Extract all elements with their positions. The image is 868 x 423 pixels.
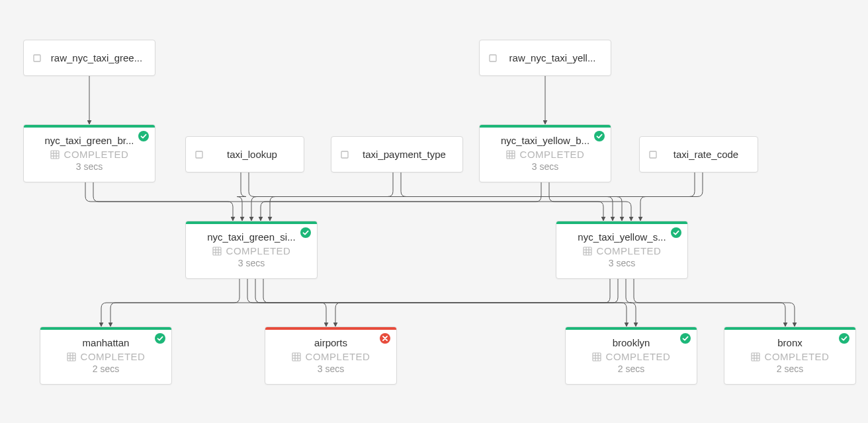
edge <box>634 279 795 327</box>
node-status: COMPLETED <box>81 351 146 362</box>
node-status: COMPLETED <box>597 245 662 256</box>
node-title: taxi_rate_code <box>664 148 748 161</box>
node-yellow_s[interactable]: nyc_taxi_yellow_s...COMPLETED3 secs <box>556 221 688 279</box>
table-icon <box>67 352 76 362</box>
edge <box>101 279 239 327</box>
status-ok-icon <box>680 333 691 344</box>
node-brooklyn[interactable]: brooklynCOMPLETED2 secs <box>565 327 697 385</box>
node-raw_green[interactable]: raw_nyc_taxi_gree... <box>23 40 155 76</box>
svg-point-2 <box>138 131 149 141</box>
status-ok-icon <box>155 333 165 344</box>
node-duration: 3 secs <box>33 161 146 172</box>
status-ok-icon <box>138 131 149 141</box>
node-raw_yellow[interactable]: raw_nyc_taxi_yell... <box>479 40 611 76</box>
dag-canvas[interactable]: raw_nyc_taxi_gree...raw_nyc_taxi_yell...… <box>0 0 868 423</box>
svg-point-17 <box>300 227 311 238</box>
edge <box>335 279 618 327</box>
node-taxi_lookup[interactable]: taxi_lookup <box>185 136 304 173</box>
svg-rect-18 <box>213 247 221 255</box>
node-taxi_payment[interactable]: taxi_payment_type <box>331 136 463 173</box>
svg-rect-9 <box>341 151 348 158</box>
edge <box>85 182 233 221</box>
status-error-icon <box>380 333 390 344</box>
box-icon <box>341 151 349 159</box>
node-title: nyc_taxi_yellow_s... <box>566 231 678 244</box>
table-icon <box>50 150 60 159</box>
svg-rect-24 <box>584 247 591 255</box>
node-title: manhattan <box>50 336 162 350</box>
svg-point-47 <box>839 333 849 344</box>
edge <box>251 173 393 221</box>
svg-rect-42 <box>593 353 601 361</box>
box-icon <box>649 151 657 159</box>
status-ok-icon <box>300 227 311 238</box>
node-title: nyc_taxi_green_br... <box>33 134 146 147</box>
svg-rect-11 <box>507 151 515 159</box>
node-status: COMPLETED <box>520 149 585 160</box>
node-title: raw_nyc_taxi_gree... <box>48 52 146 65</box>
svg-rect-1 <box>490 55 496 61</box>
svg-point-10 <box>594 131 605 141</box>
box-icon <box>33 54 41 62</box>
node-green_si[interactable]: nyc_taxi_green_si...COMPLETED3 secs <box>185 221 318 279</box>
svg-rect-8 <box>196 151 202 158</box>
svg-rect-48 <box>752 353 760 361</box>
status-ok-icon <box>594 131 605 141</box>
svg-rect-0 <box>34 55 40 61</box>
svg-rect-3 <box>51 151 59 159</box>
node-yellow_b[interactable]: nyc_taxi_yellow_b...COMPLETED3 secs <box>479 124 611 182</box>
node-manhattan[interactable]: manhattanCOMPLETED2 secs <box>40 327 172 385</box>
node-title: taxi_lookup <box>210 148 294 161</box>
edge <box>261 182 541 221</box>
svg-rect-30 <box>67 353 75 361</box>
node-green_br[interactable]: nyc_taxi_green_br...COMPLETED3 secs <box>23 124 155 182</box>
edge <box>110 279 610 327</box>
table-icon <box>751 352 760 362</box>
node-duration: 3 secs <box>489 161 601 172</box>
node-status: COMPLETED <box>64 149 129 160</box>
svg-point-23 <box>671 227 681 238</box>
node-duration: 3 secs <box>566 258 678 268</box>
node-airports[interactable]: airportsCOMPLETED3 secs <box>265 327 397 385</box>
box-icon <box>489 54 497 62</box>
node-status: COMPLETED <box>306 351 370 362</box>
edge <box>237 173 246 221</box>
table-icon <box>212 247 222 256</box>
edge <box>255 279 627 327</box>
svg-rect-16 <box>650 151 656 158</box>
node-duration: 2 secs <box>734 364 846 374</box>
node-title: nyc_taxi_yellow_b... <box>489 134 601 147</box>
node-title: raw_nyc_taxi_yell... <box>503 52 601 65</box>
status-ok-icon <box>671 227 681 238</box>
table-icon <box>592 352 601 362</box>
node-status: COMPLETED <box>606 351 671 362</box>
table-icon <box>506 150 515 159</box>
edge <box>263 279 785 327</box>
box-icon <box>195 151 203 159</box>
svg-point-29 <box>155 333 165 344</box>
svg-point-41 <box>680 333 691 344</box>
node-status: COMPLETED <box>765 351 830 362</box>
status-ok-icon <box>839 333 849 344</box>
node-bronx[interactable]: bronxCOMPLETED2 secs <box>724 327 856 385</box>
node-taxi_rate[interactable]: taxi_rate_code <box>639 136 758 173</box>
node-duration: 2 secs <box>50 364 162 374</box>
node-title: airports <box>275 336 387 350</box>
node-duration: 3 secs <box>195 258 308 268</box>
node-duration: 2 secs <box>575 364 687 374</box>
table-icon <box>583 247 592 256</box>
node-title: brooklyn <box>575 336 687 350</box>
edge <box>640 173 703 221</box>
edge <box>549 182 631 221</box>
node-title: taxi_payment_type <box>355 148 453 161</box>
node-title: nyc_taxi_green_si... <box>195 231 308 244</box>
svg-rect-36 <box>292 353 300 361</box>
node-title: bronx <box>734 336 846 350</box>
node-status: COMPLETED <box>226 245 291 256</box>
table-icon <box>292 352 301 362</box>
node-duration: 3 secs <box>275 364 387 374</box>
edge <box>247 279 326 327</box>
edge <box>93 182 603 221</box>
edge <box>626 279 636 327</box>
